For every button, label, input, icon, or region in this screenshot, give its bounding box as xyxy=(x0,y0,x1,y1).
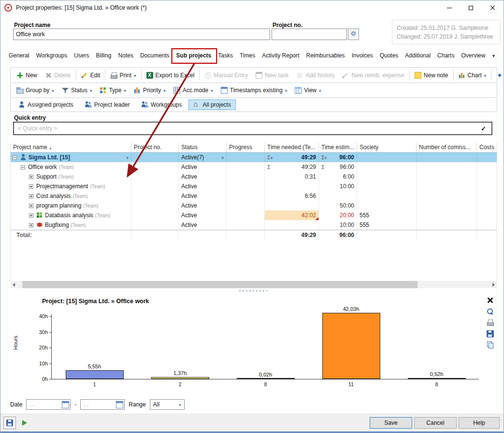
tab-documents[interactable]: Documents xyxy=(137,49,173,62)
tab-overview[interactable]: Overview xyxy=(458,49,489,62)
acc-mode-filter[interactable]: Acc.mode xyxy=(170,83,217,98)
all-projects-view[interactable]: All projects xyxy=(188,99,236,110)
tab-quotes[interactable]: Quotes xyxy=(376,49,402,62)
range-select[interactable]: All xyxy=(150,399,185,410)
table-row[interactable]: Bugfixing(Team)Active10:00555 xyxy=(11,220,497,230)
add-history-button[interactable]: Add history xyxy=(292,68,338,83)
export-to-excel-button[interactable]: Export to Excel xyxy=(143,68,199,83)
type-filter[interactable]: Type xyxy=(96,83,130,98)
priority-filter[interactable]: Priority xyxy=(130,83,170,98)
date-to-input[interactable] xyxy=(84,401,116,408)
table-row[interactable]: Support(Team)Active0:316:00 xyxy=(11,172,497,182)
tab-users[interactable]: Users xyxy=(71,49,92,62)
table-row[interactable]: Office work(Team)Active49:2996:00 xyxy=(11,162,497,172)
quick-entry-input[interactable] xyxy=(18,125,481,132)
tab-tasks[interactable]: Tasks xyxy=(215,49,236,62)
chart-print-icon[interactable] xyxy=(487,319,494,326)
chart-close-icon[interactable] xyxy=(487,297,494,304)
new-button[interactable]: New xyxy=(13,68,41,83)
table-row[interactable]: Projectmanagement(Team)Active10:00 xyxy=(11,182,497,191)
tab-additional[interactable]: Additional xyxy=(402,49,434,62)
chart-copy-icon[interactable] xyxy=(487,341,494,349)
status-filter[interactable]: Status xyxy=(58,83,96,98)
timestamps-existing-filter[interactable]: Timestamps existing xyxy=(217,83,291,98)
table-row[interactable]: Databasis analysis(Team)Active42:0220:00… xyxy=(11,210,497,220)
print-button[interactable]: Print xyxy=(106,68,140,83)
tab-sub-projects[interactable]: Sub projects xyxy=(173,49,215,62)
maximize-button[interactable] xyxy=(460,0,482,15)
check-icon[interactable] xyxy=(481,125,488,132)
scrollbar-track[interactable] xyxy=(17,281,490,288)
chart-save-icon[interactable] xyxy=(487,330,494,337)
minimize-button[interactable] xyxy=(438,0,460,15)
expander-icon[interactable] xyxy=(29,213,33,218)
table-row[interactable]: program planning(Team)Active50:00 xyxy=(11,201,497,210)
column-header-society[interactable]: Society xyxy=(357,142,417,153)
expander-icon[interactable] xyxy=(29,194,33,198)
column-header-time-needed-te[interactable]: Time needed (Te... xyxy=(265,142,319,153)
dropdown-icon[interactable] xyxy=(126,154,129,161)
tab-notes[interactable]: Notes xyxy=(115,49,137,62)
calendar-icon[interactable] xyxy=(62,401,69,408)
project-no-input[interactable] xyxy=(272,28,347,40)
scrollbar-thumb[interactable] xyxy=(22,281,418,288)
column-header-costs[interactable]: Costs xyxy=(477,142,498,153)
cancel-button[interactable]: Cancel xyxy=(414,417,457,429)
date-from-input[interactable] xyxy=(29,401,62,408)
dropdown-icon[interactable] xyxy=(221,154,224,161)
project-name-input[interactable] xyxy=(13,28,270,40)
tab-charts[interactable]: Charts xyxy=(434,49,458,62)
view-filter[interactable]: View xyxy=(291,83,325,98)
expand-button[interactable]: Expand xyxy=(492,68,504,83)
chart-button[interactable]: Chart xyxy=(455,68,490,83)
new-note-button[interactable]: New note xyxy=(411,68,452,83)
cell-project-name: Cost analysis(Team) xyxy=(11,191,131,201)
new-task-button[interactable]: New task xyxy=(252,68,292,83)
tab-invoices[interactable]: Invoices xyxy=(348,49,376,62)
calendar-icon[interactable] xyxy=(116,401,123,408)
expander-icon[interactable] xyxy=(29,204,33,208)
tab-billing[interactable]: Billing xyxy=(93,49,115,62)
group-by-filter[interactable]: Group by xyxy=(13,83,58,98)
expander-icon[interactable] xyxy=(29,175,33,179)
help-button[interactable]: Help xyxy=(459,417,500,429)
new-reimb-expense-button[interactable]: New reimb. expense xyxy=(338,68,408,83)
scroll-right-button[interactable] xyxy=(490,281,497,288)
expander-icon[interactable] xyxy=(29,184,33,189)
save-button[interactable]: Save xyxy=(370,417,412,429)
column-header-progress[interactable]: Progress xyxy=(227,142,265,153)
table-row[interactable]: Sigma Ltd. [15]Active(7)49:2996:00 xyxy=(11,153,497,162)
project-leader-view[interactable]: Project leader xyxy=(80,99,135,110)
manual-entry-button[interactable]: Manual Entry xyxy=(201,68,252,83)
tab-general[interactable]: General xyxy=(5,49,33,62)
date-from-field xyxy=(26,399,71,410)
tab-times[interactable]: Times xyxy=(236,49,259,62)
tab-workgroups[interactable]: Workgroups xyxy=(33,49,71,62)
delete-button[interactable]: Delete xyxy=(41,68,75,83)
expander-icon[interactable] xyxy=(29,223,33,227)
splitter-handle[interactable] xyxy=(238,290,267,292)
assigned-projects-view[interactable]: Assigned projects xyxy=(14,99,78,110)
table-row[interactable]: Cost analysis(Team)Active6:56 xyxy=(11,191,497,201)
dropdown-icon[interactable] xyxy=(325,154,327,161)
run-button[interactable] xyxy=(18,417,30,429)
save-layout-button[interactable] xyxy=(3,417,16,429)
expander-icon[interactable] xyxy=(13,155,17,160)
column-header-status[interactable]: Status xyxy=(179,142,227,153)
tab-activity-report[interactable]: Activity Report xyxy=(259,49,302,62)
dropdown-icon[interactable] xyxy=(271,154,273,161)
column-header-project-name[interactable]: Project name xyxy=(11,142,131,153)
scroll-left-button[interactable] xyxy=(10,281,17,288)
tab-reimbursables[interactable]: Reimbursables xyxy=(303,49,348,62)
workgroups-view[interactable]: Workgroups xyxy=(137,99,187,110)
project-no-settings-button[interactable] xyxy=(348,28,359,40)
horizontal-scrollbar[interactable] xyxy=(10,281,497,288)
expander-icon[interactable] xyxy=(21,165,25,169)
chart-preview-icon[interactable] xyxy=(487,308,494,315)
column-header-project-no[interactable]: Project no. xyxy=(131,142,179,153)
tabs-overflow-chevron-icon[interactable] xyxy=(491,52,496,59)
column-header-time-estim[interactable]: Time estim... xyxy=(319,142,357,153)
edit-button[interactable]: Edit xyxy=(77,68,104,83)
close-window-button[interactable] xyxy=(482,0,504,15)
column-header-number-of-comiss[interactable]: Number of comiss... xyxy=(417,142,477,153)
